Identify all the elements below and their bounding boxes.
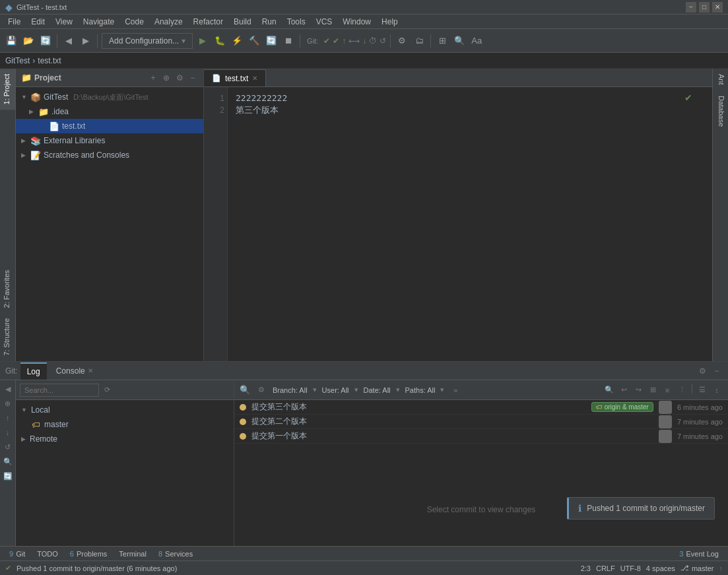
log-undo-button[interactable]: ↩	[618, 384, 630, 396]
forward-button[interactable]: ▶	[79, 34, 93, 48]
bottom-tab-console[interactable]: Console ✕	[50, 362, 100, 380]
breadcrumb-project[interactable]: GitTest	[5, 56, 30, 65]
menu-view[interactable]: View	[50, 16, 78, 28]
menu-refactor[interactable]: Refactor	[188, 16, 228, 28]
menu-file[interactable]: File	[3, 16, 26, 28]
tree-root[interactable]: ▼ 📦 GitTest D:\Backup\桌面\GitTest	[16, 90, 203, 104]
build-button[interactable]: 🔨	[247, 34, 261, 48]
sync-button[interactable]: 🔄	[38, 34, 53, 48]
rollback-button[interactable]: ↺	[2, 441, 14, 453]
layout-button[interactable]: ⊞	[435, 34, 449, 48]
status-line-ending[interactable]: CRLF	[596, 564, 615, 572]
extlibs-icon: 📚	[30, 136, 41, 146]
status-branch-info[interactable]: ⎇ master	[680, 564, 714, 572]
menu-vcs[interactable]: VCS	[311, 16, 338, 28]
code-content[interactable]: 2222222222 第三个版本	[228, 87, 712, 361]
more-filters-button[interactable]: »	[449, 384, 461, 396]
search-commits-icon[interactable]: 🔍	[240, 385, 250, 395]
commit-row-2[interactable]: 提交第二个版本 7 minutes ago	[234, 415, 728, 429]
log-align-button[interactable]: ☰	[696, 384, 708, 396]
project-settings-icon[interactable]: ⚙	[174, 73, 185, 83]
tool-tab-todo[interactable]: TODO	[32, 547, 63, 560]
vcs-button[interactable]: 🗂	[412, 34, 426, 48]
tool-tab-eventlog[interactable]: 3 Event Log	[674, 547, 724, 560]
status-position[interactable]: 2:3	[581, 564, 591, 572]
menu-tools[interactable]: Tools	[282, 16, 311, 28]
title-bar-controls[interactable]: − □ ✕	[686, 2, 723, 13]
status-git-message[interactable]: Pushed 1 commit to origin/master (6 minu…	[17, 564, 177, 572]
rerun-button[interactable]: 🔄	[264, 34, 279, 48]
menu-run[interactable]: Run	[257, 16, 282, 28]
menu-help[interactable]: Help	[376, 16, 403, 28]
menu-window[interactable]: Window	[337, 16, 376, 28]
menu-analyze[interactable]: Analyze	[149, 16, 188, 28]
back-button[interactable]: ◀	[61, 34, 76, 48]
debug-button[interactable]: 🐛	[213, 34, 227, 48]
status-indent[interactable]: 4 spaces	[646, 564, 675, 572]
commit-row-1[interactable]: 提交第三个版本 🏷 origin & master 6 minutes ago	[234, 400, 728, 415]
branch-master[interactable]: 🏷 master	[16, 417, 234, 432]
minimize-button[interactable]: −	[686, 2, 696, 13]
tree-item-idea[interactable]: ▶ 📁 .idea	[16, 104, 203, 119]
sidebar-tab-structure[interactable]: 7: Structure	[0, 313, 15, 361]
search-everywhere-button[interactable]: 🔍	[452, 34, 467, 48]
log-redo-button[interactable]: ↪	[632, 384, 644, 396]
editor-content[interactable]: 1 2 2222222222 第三个版本 ✔	[204, 87, 712, 361]
tree-item-testtxt[interactable]: 📄 test.txt	[16, 119, 203, 133]
right-tab-ant[interactable]: Ant	[713, 69, 728, 90]
breadcrumb-file[interactable]: test.txt	[38, 56, 61, 65]
editor-tab-close-icon[interactable]: ✕	[252, 75, 257, 82]
tool-tab-git[interactable]: 9 Git	[4, 547, 30, 560]
branch-remote[interactable]: ▶ Remote	[16, 432, 234, 446]
pull-action-button[interactable]: ↓	[2, 426, 14, 438]
menu-edit[interactable]: Edit	[26, 16, 50, 28]
run-button[interactable]: ▶	[195, 34, 210, 48]
add-configuration-button[interactable]: Add Configuration... ▾	[102, 33, 193, 49]
locate-icon[interactable]: ⊕	[161, 73, 172, 83]
menu-navigate[interactable]: Navigate	[78, 16, 119, 28]
console-tab-close-icon[interactable]: ✕	[88, 367, 93, 374]
add-icon[interactable]: +	[148, 73, 158, 83]
branch-local[interactable]: ▼ Local	[16, 403, 234, 417]
log-search-button[interactable]: 🔍	[603, 384, 615, 396]
maximize-button[interactable]: □	[699, 2, 710, 13]
zoom-out-button[interactable]: 🔄	[2, 470, 14, 482]
settings-button[interactable]: ⚙	[395, 34, 409, 48]
log-sort-button[interactable]: ↕	[711, 384, 723, 396]
toolbar-sep-5	[430, 34, 431, 48]
right-tab-database[interactable]: Database	[713, 90, 728, 132]
log-filter-button[interactable]: ≡	[661, 384, 673, 396]
project-minimize-icon[interactable]: −	[187, 73, 198, 83]
sidebar-tab-favorites[interactable]: 2: Favorites	[0, 265, 15, 313]
translate-button[interactable]: Aa	[469, 34, 484, 48]
fetch-button[interactable]: ⊕	[2, 397, 14, 409]
branch-search-input[interactable]	[20, 384, 99, 397]
tool-tab-services[interactable]: 8 Services	[153, 547, 198, 560]
tree-external-libs[interactable]: ▶ 📚 External Libraries	[16, 133, 203, 148]
push-action-button[interactable]: ↑	[2, 412, 14, 424]
commit-time-1: 6 minutes ago	[677, 403, 723, 411]
branch-group-button[interactable]: ⊞	[647, 384, 659, 396]
sidebar-tab-project[interactable]: 1: Project	[0, 69, 15, 110]
open-button[interactable]: 📂	[21, 34, 36, 48]
bottom-settings-button[interactable]: ⚙	[696, 365, 708, 377]
refresh-log-button[interactable]: ⚙	[255, 384, 267, 396]
tool-tab-problems[interactable]: 6 Problems	[65, 547, 113, 560]
close-button[interactable]: ✕	[712, 2, 723, 13]
bottom-minimize-button[interactable]: −	[711, 365, 723, 377]
zoom-in-button[interactable]: 🔍	[2, 456, 14, 467]
profile-button[interactable]: ⚡	[230, 34, 244, 48]
tree-scratches[interactable]: ▶ 📝 Scratches and Consoles	[16, 148, 203, 162]
menu-build[interactable]: Build	[228, 16, 257, 28]
tool-tab-terminal[interactable]: Terminal	[114, 547, 152, 560]
save-button[interactable]: 💾	[4, 34, 18, 48]
stop-button[interactable]: ⏹	[281, 34, 296, 48]
status-encoding[interactable]: UTF-8	[620, 564, 641, 572]
commit-row-3[interactable]: 提交第一个版本 7 minutes ago	[234, 429, 728, 444]
bottom-tab-log[interactable]: Log	[20, 362, 47, 380]
branch-refresh-button[interactable]: ⟳	[102, 384, 113, 397]
log-columns-button[interactable]: ⋮	[676, 384, 688, 396]
menu-code[interactable]: Code	[119, 16, 149, 28]
collapse-all-button[interactable]: ◀	[2, 383, 14, 395]
editor-tab-testtxt[interactable]: 📄 test.txt ✕	[204, 69, 266, 86]
